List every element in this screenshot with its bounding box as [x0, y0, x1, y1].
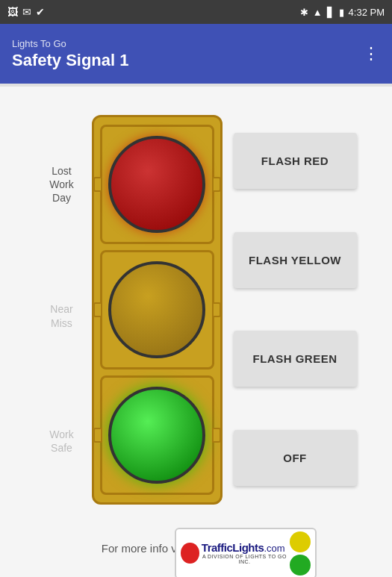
logo-circles: TrafficLights.com A DIVISION OF LIGHTS T… — [181, 531, 311, 576]
app-title: Safety Signal 1 — [12, 51, 380, 70]
signal-icon: ▋ — [327, 7, 335, 18]
logo-green-circle — [290, 555, 311, 576]
status-bar: 🖼 ✉ ✔ ✱ ▲ ▋ ▮ 4:32 PM — [0, 0, 392, 24]
red-light-section — [100, 125, 214, 244]
battery-icon: ▮ — [339, 7, 344, 18]
green-light-section — [100, 375, 214, 495]
traffic-lights-logo[interactable]: TrafficLights.com A DIVISION OF LIGHTS T… — [201, 528, 290, 569]
logo-red-circle — [181, 543, 199, 564]
traffic-area: LostWorkDay NearMiss WorkSafe — [0, 94, 392, 525]
traffic-light — [92, 115, 223, 505]
bracket-right-bottom — [212, 428, 221, 443]
flash-green-button[interactable]: FLASH GREEN — [234, 331, 357, 387]
bracket-left-middle — [93, 302, 102, 317]
status-icons-left: 🖼 ✉ ✔ — [7, 6, 45, 18]
logo-yellow-circle — [290, 531, 311, 552]
logo-text-main: TrafficLights — [202, 542, 264, 553]
footer: For more info visit: TrafficLights.com A… — [0, 525, 392, 577]
bracket-right-middle — [212, 302, 221, 317]
red-light — [108, 136, 205, 233]
status-icons-right: ✱ ▲ ▋ ▮ 4:32 PM — [300, 7, 385, 18]
label-work-safe: WorkSafe — [49, 428, 73, 455]
email-icon: ✉ — [22, 6, 31, 18]
labels-left: LostWorkDay NearMiss WorkSafe — [36, 116, 88, 504]
app-subtitle: Lights To Go — [12, 38, 380, 49]
flash-yellow-button[interactable]: FLASH YELLOW — [234, 232, 357, 288]
buttons-right: FLASH RED FLASH YELLOW FLASH GREEN OFF — [234, 116, 357, 504]
label-lost-work-day: LostWorkDay — [49, 164, 73, 205]
app-bar: Lights To Go Safety Signal 1 ⋮ — [0, 24, 392, 84]
flash-red-button[interactable]: FLASH RED — [234, 133, 357, 189]
time-display: 4:32 PM — [349, 7, 385, 18]
bracket-right-top — [212, 177, 221, 192]
off-button[interactable]: OFF — [234, 430, 357, 486]
logo-sub-text: A DIVISION OF LIGHTS TO GO INC. — [202, 554, 287, 564]
image-icon: 🖼 — [7, 6, 18, 18]
yellow-light-section — [100, 250, 214, 369]
bluetooth-icon: ✱ — [300, 7, 308, 18]
check-icon: ✔ — [36, 6, 45, 18]
logo-text-dotcom: .com — [264, 543, 284, 554]
overflow-menu-button[interactable]: ⋮ — [363, 44, 380, 63]
main-content: LostWorkDay NearMiss WorkSafe — [0, 87, 392, 577]
label-near-miss: NearMiss — [50, 302, 72, 329]
green-light — [108, 387, 205, 484]
bracket-left-bottom — [93, 428, 102, 443]
yellow-light — [108, 261, 205, 358]
logo-overlay: TrafficLights.com A DIVISION OF LIGHTS T… — [175, 528, 317, 578]
bracket-left-top — [93, 177, 102, 192]
wifi-icon: ▲ — [313, 7, 323, 18]
